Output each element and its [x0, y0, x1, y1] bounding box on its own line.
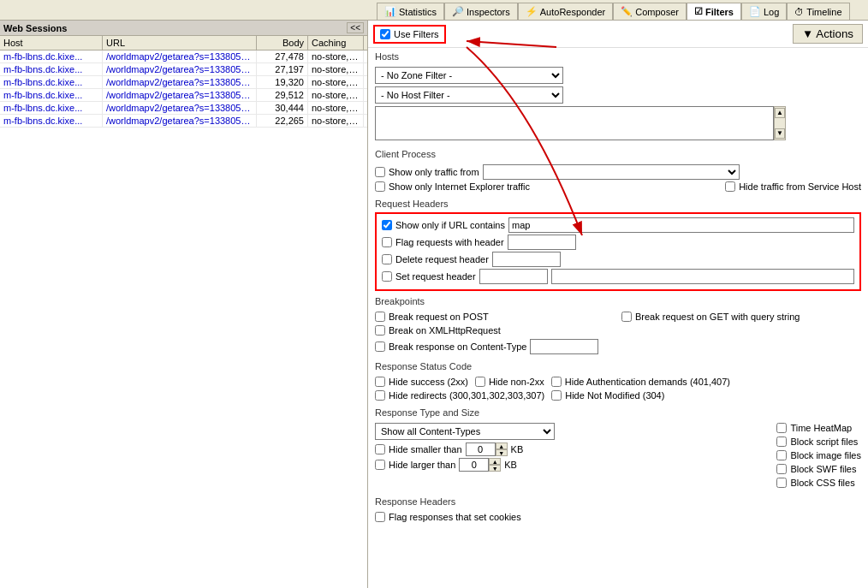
left-panel: Web Sessions << Host URL Body Caching m-…: [0, 21, 368, 588]
break-content-type-label: Break response on Content-Type: [389, 342, 526, 352]
set-header-row: Set request header: [382, 269, 854, 284]
delete-header-checkbox[interactable]: [382, 254, 392, 264]
traffic-from-row: Show only traffic from: [375, 164, 861, 180]
breakpoints-title: Breakpoints: [375, 296, 861, 306]
breakpoints-section: Break request on POST Break request on G…: [368, 308, 868, 359]
set-header-label: Set request header: [395, 271, 476, 282]
delete-header-input[interactable]: [492, 252, 561, 267]
smaller-up-btn[interactable]: ▲: [496, 442, 508, 449]
delete-header-row: Delete request header: [382, 252, 854, 267]
url-contains-checkbox[interactable]: [382, 220, 392, 230]
set-header-checkbox[interactable]: [382, 271, 392, 282]
response-status-section: Hide success (2xx) Hide non-2xx Hide Aut…: [368, 373, 868, 406]
traffic-from-label: Show only traffic from: [389, 167, 479, 177]
hide-2xx-label: Hide success (2xx): [389, 377, 468, 387]
hide-smaller-label: Hide smaller than: [389, 444, 462, 454]
client-process-title: Client Process: [375, 149, 861, 159]
hide-larger-row: Hide larger than ▲ ▼ KB: [375, 458, 766, 472]
tab-statistics[interactable]: 📊 Statistics: [377, 3, 444, 20]
table-row[interactable]: m-fb-lbns.dc.kixe... /worldmapv2/getarea…: [0, 50, 367, 63]
scroll-up-btn[interactable]: ▲: [775, 108, 785, 118]
break-content-type-row: Break response on Content-Type: [375, 339, 615, 354]
zone-filter-dropdown[interactable]: - No Zone Filter -: [375, 67, 563, 84]
larger-down-btn[interactable]: ▼: [489, 465, 501, 472]
traffic-from-select[interactable]: [483, 164, 740, 180]
traffic-from-checkbox[interactable]: [375, 167, 385, 177]
hide-non2xx-checkbox[interactable]: [475, 377, 485, 387]
hide-non2xx-label: Hide non-2xx: [489, 377, 544, 387]
time-heatmap-checkbox[interactable]: [776, 423, 787, 433]
filters-icon: ☑: [694, 6, 703, 17]
block-css-label: Block CSS files: [790, 478, 854, 488]
scroll-down-btn[interactable]: ▼: [775, 128, 785, 139]
table-row[interactable]: m-fb-lbns.dc.kixe... /worldmapv2/getarea…: [0, 102, 367, 115]
tab-filters[interactable]: ☑ Filters: [687, 3, 741, 20]
content-type-row: Show all Content-Types: [375, 423, 766, 440]
hide-larger-checkbox[interactable]: [375, 460, 385, 470]
log-icon: 📄: [749, 6, 761, 17]
host-filter-dropdown[interactable]: - No Host Filter -: [375, 86, 563, 104]
break-content-type-checkbox[interactable]: [375, 342, 385, 352]
set-header-name-input[interactable]: [479, 269, 548, 284]
collapse-button[interactable]: <<: [347, 22, 364, 33]
response-headers-title: Response Headers: [375, 496, 861, 507]
table-row[interactable]: m-fb-lbns.dc.kixe... /worldmapv2/getarea…: [0, 63, 367, 76]
right-options: Time HeatMap Block script files Block im…: [776, 423, 861, 490]
hide-smaller-checkbox[interactable]: [375, 444, 385, 454]
table-header: Host URL Body Caching: [0, 36, 367, 50]
hide-auth-label: Hide Authentication demands (401,407): [565, 377, 730, 387]
hide-not-modified-checkbox[interactable]: [551, 390, 562, 401]
block-image-label: Block image files: [790, 450, 861, 460]
set-header-value-input[interactable]: [551, 269, 854, 284]
use-filters-checkbox[interactable]: [380, 29, 390, 39]
flag-header-label: Flag requests with header: [395, 237, 504, 247]
block-script-checkbox[interactable]: [776, 437, 787, 447]
actions-icon: ▼: [802, 27, 813, 40]
smaller-down-btn[interactable]: ▼: [496, 449, 508, 456]
service-host-label: Hide traffic from Service Host: [739, 181, 861, 192]
tab-autoresponder[interactable]: ⚡ AutoResponder: [518, 3, 613, 20]
hide-larger-label: Hide larger than: [389, 460, 455, 470]
flag-header-checkbox[interactable]: [382, 237, 392, 247]
flag-cookies-checkbox[interactable]: [375, 512, 385, 522]
service-host-checkbox[interactable]: [725, 181, 735, 192]
block-swf-label: Block SWF files: [790, 464, 856, 474]
break-get-query-checkbox[interactable]: [621, 312, 632, 322]
response-status-title: Response Status Code: [375, 361, 861, 371]
url-contains-row: Show only if URL contains: [382, 217, 854, 233]
larger-up-btn[interactable]: ▲: [489, 458, 501, 465]
larger-value-input[interactable]: [459, 458, 489, 472]
table-row[interactable]: m-fb-lbns.dc.kixe... /worldmapv2/getarea…: [0, 89, 367, 102]
request-headers-section: Show only if URL contains Flag requests …: [375, 212, 861, 291]
tab-composer[interactable]: ✏️ Composer: [613, 3, 687, 20]
sessions-table: m-fb-lbns.dc.kixe... /worldmapv2/getarea…: [0, 50, 367, 588]
tab-inspectors[interactable]: 🔎 Inspectors: [444, 3, 518, 20]
tab-log[interactable]: 📄 Log: [741, 3, 787, 20]
hide-2xx-checkbox[interactable]: [375, 377, 385, 387]
block-css-checkbox[interactable]: [776, 478, 787, 488]
break-xml-checkbox[interactable]: [375, 325, 385, 336]
block-image-checkbox[interactable]: [776, 450, 787, 460]
smaller-value-input[interactable]: [466, 442, 496, 456]
client-process-section: Show only traffic from Show only Interne…: [368, 161, 868, 197]
url-contains-input[interactable]: [508, 217, 854, 233]
composer-icon: ✏️: [621, 6, 633, 17]
flag-header-row: Flag requests with header: [382, 235, 854, 250]
hosts-section: - No Zone Filter - - No Host Filter - ▲ …: [368, 63, 868, 146]
break-post-checkbox[interactable]: [375, 312, 385, 322]
hide-auth-checkbox[interactable]: [551, 377, 562, 387]
ie-traffic-checkbox[interactable]: [375, 181, 385, 192]
break-get-query-row: Break request on GET with query string: [621, 312, 861, 322]
flag-header-input[interactable]: [508, 235, 576, 250]
filters-toolbar: Use Filters ▼ Actions: [368, 21, 868, 48]
hosts-textarea[interactable]: [375, 106, 774, 140]
request-headers-title: Request Headers: [375, 199, 861, 209]
table-row[interactable]: m-fb-lbns.dc.kixe... /worldmapv2/getarea…: [0, 76, 367, 89]
break-content-type-input[interactable]: [530, 339, 598, 354]
block-swf-checkbox[interactable]: [776, 464, 787, 474]
actions-button[interactable]: ▼ Actions: [793, 24, 863, 44]
tab-timeline[interactable]: ⏱ Timeline: [787, 3, 849, 20]
content-type-dropdown[interactable]: Show all Content-Types: [375, 423, 555, 440]
table-row[interactable]: m-fb-lbns.dc.kixe... /worldmapv2/getarea…: [0, 115, 367, 128]
hide-redirects-checkbox[interactable]: [375, 390, 385, 401]
